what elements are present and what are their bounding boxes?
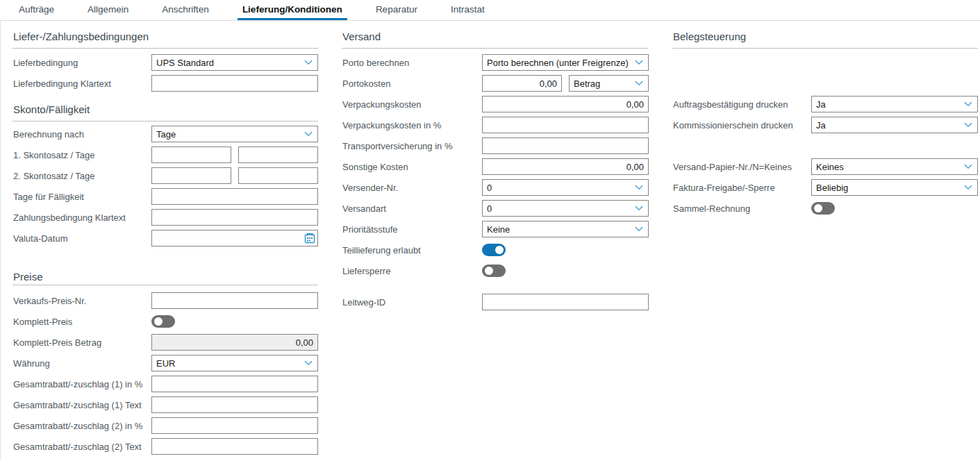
portokosten-input[interactable] [482,75,562,92]
tab-auftraege[interactable]: Aufträge [14,0,59,20]
tab-lieferung-konditionen[interactable]: Lieferung/Konditionen [238,0,347,20]
faktura-freigabe-sperre-label: Faktura-Freigabe/-Sperre [672,183,811,193]
field-porto-berechnen: Porto berechnen Porto berechnen (unter F… [342,52,648,73]
field-berechnung-nach: Berechnung nach Tage [13,124,318,144]
berechnung-nach-label: Berechnung nach [13,129,151,140]
liefersperre-label: Liefersperre [342,266,482,276]
porto-berechnen-dropdown[interactable]: Porto berechnen (unter Freigrenze) [482,54,649,71]
verkaufs-preis-nr-input[interactable] [151,292,318,309]
field-rabatt2-prozent: Gesamtrabatt/-zuschlag (2) in % [13,415,318,436]
tab-anschriften[interactable]: Anschriften [157,0,214,20]
versandart-label: Versandart [342,203,482,214]
sammel-rechnung-toggle[interactable] [811,202,835,215]
sonstige-kosten-input[interactable] [482,158,649,175]
field-sammel-rechnung: Sammel-Rechnung [672,198,978,219]
toggle-knob [495,246,504,254]
toggle-knob [485,267,493,275]
versand-papier-nr-value: Keines [816,162,844,172]
rabatt2-text-input[interactable] [151,438,318,455]
tab-bar: Aufträge Allgemein Anschriften Lieferung… [0,0,980,21]
zahlungsbedingung-klartext-input[interactable] [151,209,318,226]
rabatt2-prozent-input[interactable] [151,417,318,434]
section-title-preise: Preise [13,249,318,285]
column-versand: Versand Porto berechnen Porto berechnen … [342,21,648,312]
skontosatz-2-satz-input[interactable] [151,167,231,184]
sonstige-kosten-label: Sonstige Kosten [342,162,482,172]
lieferbedingung-klartext-label: Lieferbedingung Klartext [13,78,151,89]
field-teillieferung-erlaubt: Teillieferung erlaubt [342,240,648,260]
field-zahlungsbedingung-klartext: Zahlungsbedingung Klartext [13,207,318,228]
tab-allgemein[interactable]: Allgemein [83,0,133,20]
section-title-belegsteuerung: Belegsteuerung [672,21,978,49]
prioritaetsstufe-value: Keine [487,224,510,235]
section-title-liefer-zahlungsbedingungen: Liefer-/Zahlungsbedingungen [13,21,318,49]
rabatt1-text-input[interactable] [151,396,318,413]
kommissionierschein-drucken-label: Kommissionierschein drucken [672,120,811,131]
zahlungsbedingung-klartext-label: Zahlungsbedingung Klartext [13,212,151,223]
chevron-down-icon [304,360,313,366]
field-rabatt1-text: Gesamtrabatt/-zuschlag (1) Text [13,394,318,415]
verpackungskosten-input[interactable] [482,96,649,112]
tage-faelligkeit-label: Tage für Fälligkeit [13,192,151,202]
valuta-datum-input[interactable] [151,230,318,246]
chevron-down-icon [635,185,643,190]
porto-berechnen-label: Porto berechnen [342,58,482,68]
chevron-down-icon [964,101,972,107]
field-skontosatz-1: 1. Skontosatz / Tage [13,144,318,165]
versandart-dropdown[interactable]: 0 [482,200,649,217]
chevron-down-icon [635,226,643,232]
kommissionierschein-drucken-dropdown[interactable]: Ja [811,117,978,133]
verkaufs-preis-nr-label: Verkaufs-Preis-Nr. [13,296,151,306]
chevron-down-icon [635,81,643,86]
tage-faelligkeit-input[interactable] [151,188,318,205]
versand-papier-nr-dropdown[interactable]: Keines [811,158,978,175]
verpackungskosten-label: Verpackungskosten [342,99,482,110]
tab-reparatur[interactable]: Reparatur [371,0,422,20]
waehrung-dropdown[interactable]: EUR [151,355,318,371]
field-versandart: Versandart 0 [342,198,648,219]
field-komplett-preis: Komplett-Preis [13,311,318,332]
tab-intrastat[interactable]: Intrastat [446,0,490,20]
calendar-icon[interactable] [304,233,315,244]
faktura-freigabe-sperre-dropdown[interactable]: Beliebig [811,179,978,196]
rabatt2-text-label: Gesamtrabatt/-zuschlag (2) Text [13,442,151,452]
skontosatz-2-tage-input[interactable] [238,167,318,184]
field-auftragsbestaetigung-drucken: Auftragsbestätigung drucken Ja [672,94,978,115]
versender-nr-value: 0 [487,183,492,193]
liefersperre-toggle[interactable] [482,265,506,277]
rabatt1-prozent-input[interactable] [151,376,318,392]
prioritaetsstufe-dropdown[interactable]: Keine [482,221,649,237]
komplett-preis-toggle[interactable] [151,315,175,328]
section-title-versand: Versand [342,21,648,49]
verpackungskosten-prozent-input[interactable] [482,117,649,133]
field-verpackungskosten: Verpackungskosten [342,94,648,115]
rabatt1-prozent-label: Gesamtrabatt/-zuschlag (1) in % [13,379,151,389]
auftragsbestaetigung-drucken-dropdown[interactable]: Ja [811,96,978,112]
skontosatz-2-label: 2. Skontosatz / Tage [13,171,151,181]
waehrung-label: Währung [13,358,151,369]
portokosten-label: Portokosten [342,78,482,89]
lieferbedingung-klartext-input[interactable] [151,75,318,92]
portokosten-unit-dropdown[interactable]: Betrag [569,75,649,92]
lieferbedingung-value: UPS Standard [156,58,214,68]
versender-nr-dropdown[interactable]: 0 [482,179,649,196]
column-liefer-zahlungsbedingungen: Liefer-/Zahlungsbedingungen Lieferbeding… [13,21,318,457]
field-faktura-freigabe-sperre: Faktura-Freigabe/-Sperre Beliebig [672,177,978,198]
skontosatz-1-satz-input[interactable] [151,146,231,163]
berechnung-nach-dropdown[interactable]: Tage [151,126,318,142]
leitweg-id-input[interactable] [482,294,649,310]
transportversicherung-prozent-input[interactable] [482,137,649,154]
komplett-preis-label: Komplett-Preis [13,317,151,327]
waehrung-value: EUR [156,358,175,369]
lieferbedingung-dropdown[interactable]: UPS Standard [151,54,318,71]
skontosatz-1-tage-input[interactable] [238,146,318,163]
auftragsbestaetigung-drucken-value: Ja [816,99,826,110]
rabatt2-prozent-label: Gesamtrabatt/-zuschlag (2) in % [13,421,151,431]
transportversicherung-prozent-label: Transportversicherung in % [342,141,482,151]
field-transportversicherung-prozent: Transportversicherung in % [342,135,648,156]
field-komplett-preis-betrag: Komplett-Preis Betrag [13,332,318,353]
field-kommissionierschein-drucken: Kommissionierschein drucken Ja [672,115,978,135]
chevron-down-icon [964,164,972,169]
teillieferung-erlaubt-toggle[interactable] [482,244,506,256]
chevron-down-icon [635,206,643,211]
